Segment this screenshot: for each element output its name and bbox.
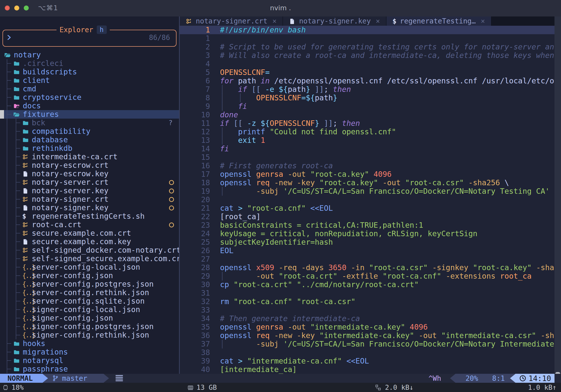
tree-item-secure-example-com-key[interactable]: secure.example.com.key bbox=[0, 237, 179, 246]
tree-item-notary-server-key[interactable]: notary-server.key bbox=[0, 187, 179, 195]
tree-item-secure-example-com-crt[interactable]: secure.example.com.crt bbox=[0, 229, 179, 237]
code-text: openssl x509 -req -days 3650 -in "root-c… bbox=[220, 263, 554, 272]
json-icon: {..} bbox=[22, 322, 29, 331]
code-line-40[interactable]: 39cat > "intermediate-ca.cnf" <<EOL bbox=[180, 357, 554, 365]
code-line-4[interactable]: 3# Will also create a root-ca and interm… bbox=[180, 51, 554, 60]
code-line-2[interactable]: 1 bbox=[180, 34, 554, 43]
code-line-11[interactable]: 10done bbox=[180, 111, 554, 119]
scrollbar-track[interactable] bbox=[554, 16, 561, 383]
code-line-34[interactable]: 33 bbox=[180, 306, 554, 314]
code-line-15[interactable]: 14fi bbox=[180, 145, 554, 153]
tree-item-signer-config-rethink-json[interactable]: {..}signer-config.rethink.json bbox=[0, 331, 179, 339]
tree-item-self-signed-secure-example-com-cr[interactable]: self-signed_secure.example.com.cr bbox=[0, 254, 179, 263]
tree-item-label: .circleci bbox=[23, 59, 64, 68]
tree-item-server-config-json[interactable]: {..}server-config.json bbox=[0, 271, 179, 280]
tree-item-notary-escrow-crt[interactable]: notary-escrow.crt bbox=[0, 161, 179, 170]
code-line-7[interactable]: 6for path in /etc/openssl/openssl.cnf /e… bbox=[180, 77, 554, 85]
code-line-1[interactable]: 1#!/usr/bin/env bash bbox=[180, 26, 554, 34]
code-line-27[interactable]: 26EOL bbox=[180, 246, 554, 255]
tree-item-cmd[interactable]: cmd bbox=[0, 85, 179, 93]
code-line-3[interactable]: 2# Script to be used for generating test… bbox=[180, 43, 554, 51]
code-line-33[interactable]: 32rm "root-ca.cnf" "root-ca.csr" bbox=[180, 297, 554, 306]
code-line-36[interactable]: 35openssl genrsa -out "intermediate-ca.k… bbox=[180, 323, 554, 331]
tab-notary-signer-crt[interactable]: notary-signer.crt× bbox=[180, 16, 282, 26]
code-line-8[interactable]: 7│ if [[ -e ${path} ]]; then bbox=[180, 85, 554, 94]
tree-item-hooks[interactable]: hooks bbox=[0, 339, 179, 348]
code-line-29[interactable]: 28openssl x509 -req -days 3650 -in "root… bbox=[180, 263, 554, 272]
tree-item-intermediate-ca-crt[interactable]: intermediate-ca.crt bbox=[0, 153, 179, 161]
tree-item-fixtures[interactable]: fixtures bbox=[0, 110, 179, 119]
code-line-22[interactable]: 21cat > "root-ca.cnf" <<EOL bbox=[180, 204, 554, 212]
code-line-18[interactable]: 17openssl genrsa -out "root-ca.key" 4096 bbox=[180, 170, 554, 179]
tab-regeneratetesting-[interactable]: $regenerateTesting…× bbox=[386, 16, 491, 26]
code-line-32[interactable]: 31 bbox=[180, 289, 554, 297]
tree-item-notary-signer-key[interactable]: notary-signer.key bbox=[0, 203, 179, 212]
code-line-6[interactable]: 5OPENSSLCNF= bbox=[180, 68, 554, 77]
code-line-25[interactable]: 24keyUsage = critical, nonRepudiation, c… bbox=[180, 229, 554, 238]
tree-item-server-config-rethink-json[interactable]: {..}server-config.rethink.json bbox=[0, 288, 179, 297]
code-line-13[interactable]: 12│ printf "Could not find openssl.cnf" bbox=[180, 128, 554, 136]
code-line-14[interactable]: 13│ exit 1 bbox=[180, 136, 554, 145]
tree-item-root-ca-crt[interactable]: root-ca.crt bbox=[0, 220, 179, 229]
tree-item--circleci[interactable]: .circleci bbox=[0, 59, 179, 68]
tree-item-bck[interactable]: bck? bbox=[0, 119, 179, 127]
tree-item-rethinkdb[interactable]: rethinkdb bbox=[0, 144, 179, 153]
tree-item-regeneratetestingcerts-sh[interactable]: $regenerateTestingCerts.sh bbox=[0, 212, 179, 220]
code-line-26[interactable]: 25subjectKeyIdentifier=hash bbox=[180, 238, 554, 246]
tree-item-self-signed-docker-com-notary-crt[interactable]: self-signed_docker.com-notary.crt bbox=[0, 246, 179, 254]
tree-item-notary-escrow-key[interactable]: notary-escrow.key bbox=[0, 170, 179, 178]
code-line-30[interactable]: 29│ -out "root-ca.crt" -extfile "root-ca… bbox=[180, 272, 554, 280]
tab-close-icon[interactable]: × bbox=[272, 17, 277, 25]
code-line-38[interactable]: 37│ -subj '/C=US/ST=CA/L=San Francisco/O… bbox=[180, 340, 554, 348]
tree-item-migrations[interactable]: migrations bbox=[0, 348, 179, 356]
code-line-31[interactable]: 30cp "root-ca.crt" "../cmd/notary/root-c… bbox=[180, 280, 554, 289]
tree-item-signer-config-postgres-json[interactable]: {..}signer-config.postgres.json bbox=[0, 322, 179, 331]
tree-item-notary[interactable]: notary bbox=[0, 51, 179, 59]
code-line-21[interactable]: 20 bbox=[180, 196, 554, 204]
tree-item-buildscripts[interactable]: buildscripts bbox=[0, 68, 179, 76]
line-number: 8 bbox=[180, 94, 210, 102]
tree-item-database[interactable]: database bbox=[0, 136, 179, 144]
tree-item-server-config-local-json[interactable]: {..}server-config-local.json bbox=[0, 263, 179, 271]
code-line-5[interactable]: 4 bbox=[180, 60, 554, 68]
code-line-28[interactable]: 27 bbox=[180, 255, 554, 263]
tab-close-icon[interactable]: × bbox=[481, 17, 485, 25]
tree-indent-tick bbox=[16, 224, 20, 225]
code-line-10[interactable]: 9│ fi bbox=[180, 102, 554, 111]
tree-item-label: fixtures bbox=[23, 110, 59, 119]
tree-item-signer-config-json[interactable]: {..}signer-config.json bbox=[0, 314, 179, 322]
tab-close-icon[interactable]: × bbox=[376, 17, 380, 25]
code-text: │ -subj '/C=US/ST=CA/L=San Francisco/O=D… bbox=[220, 187, 550, 196]
code-line-19[interactable]: 18openssl req -new -key "root-ca.key" -o… bbox=[180, 179, 554, 187]
tree-item-notarysql[interactable]: notarysql bbox=[0, 356, 179, 365]
code-line-23[interactable]: 22[root_ca] bbox=[180, 212, 554, 221]
tree-item-label: bck bbox=[32, 119, 45, 127]
cursor-position: 8:1 bbox=[492, 374, 505, 383]
code-line-41[interactable]: 40[intermediate_ca] bbox=[180, 365, 554, 374]
tree-item-server-config-postgres-json[interactable]: {..}server-config.postgres.json bbox=[0, 280, 179, 288]
code-line-35[interactable]: 34# Then generate intermediate-ca bbox=[180, 314, 554, 323]
tree-item-server-config-sqlite-json[interactable]: {..}server-config.sqlite.json bbox=[0, 297, 179, 305]
tree-item-client[interactable]: client bbox=[0, 76, 179, 85]
tree-item-compatibility[interactable]: compatibility bbox=[0, 127, 179, 136]
code-line-37[interactable]: 36openssl req -new -key "intermediate-ca… bbox=[180, 331, 554, 340]
code-line-17[interactable]: 16# First generates root-ca bbox=[180, 162, 554, 170]
tree-indent-guide bbox=[7, 127, 7, 136]
editor-buffer[interactable]: 1#!/usr/bin/env bash12# Script to be use… bbox=[180, 26, 554, 374]
code-line-9[interactable]: 8│ │ OPENSSLCNF=${path} bbox=[180, 94, 554, 102]
tree-item-cryptoservice[interactable]: cryptoservice bbox=[0, 93, 179, 102]
line-number: 10 bbox=[180, 111, 210, 119]
certificate-icon bbox=[22, 221, 29, 228]
tab-notary-signer-key[interactable]: notary-signer.key× bbox=[283, 16, 386, 26]
tree-item-notary-signer-crt[interactable]: notary-signer.crt bbox=[0, 195, 179, 203]
code-line-39[interactable]: 38 bbox=[180, 348, 554, 357]
code-line-16[interactable]: 15 bbox=[180, 153, 554, 162]
tree-item-docs[interactable]: docs bbox=[0, 102, 179, 110]
code-line-20[interactable]: 19│ -subj '/C=US/ST=CA/L=San Francisco/O… bbox=[180, 187, 554, 196]
tree-item-signer-config-local-json[interactable]: {..}signer-config-local.json bbox=[0, 305, 179, 314]
code-line-24[interactable]: 23basicConstraints = critical,CA:TRUE,pa… bbox=[180, 221, 554, 229]
code-line-12[interactable]: 11if [[ -z ${OPENSSLCNF} ]]; then bbox=[180, 119, 554, 128]
tree-item-notary-server-crt[interactable]: notary-server.crt bbox=[0, 178, 179, 187]
tree-item-passphrase[interactable]: passphrase bbox=[0, 365, 179, 373]
network-down-rate: 2.0 kB↓ bbox=[385, 383, 414, 392]
